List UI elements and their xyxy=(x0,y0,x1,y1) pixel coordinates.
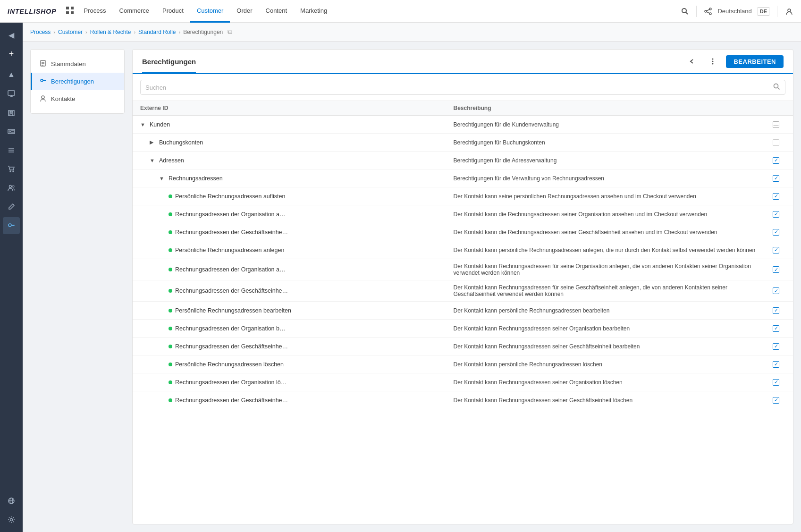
svg-line-10 xyxy=(707,12,709,13)
org-rech-anlegen-checkbox[interactable]: ✓ xyxy=(773,266,779,273)
row-pers-rech-loeschen-name: Persönliche Rechnungsadressen löschen xyxy=(140,357,454,372)
pers-rech-bearbeiten-check[interactable]: ✓ xyxy=(767,307,785,314)
ge-rech-bearbeiten-check[interactable]: ✓ xyxy=(767,343,785,350)
pers-rech-auflisten-label: Persönliche Rechnungsadressen auflisten xyxy=(175,193,285,200)
rechnungsadressen-checkbox[interactable]: ✓ xyxy=(773,175,779,182)
sidenav-stammdaten[interactable]: Stammdaten xyxy=(31,55,124,73)
cart-icon[interactable] xyxy=(3,160,20,177)
org-rech-bearbeiten-checkbox[interactable]: ✓ xyxy=(773,325,779,332)
group-icon[interactable] xyxy=(3,179,20,196)
org-rech-anlegen-check[interactable]: ✓ xyxy=(767,266,785,273)
main-wrapper: Process › Customer › Rollen & Rechte › S… xyxy=(23,23,801,532)
globe-icon[interactable] xyxy=(3,492,20,509)
expand-buchungskonten-icon[interactable]: ▶ xyxy=(150,139,156,145)
nav-divider xyxy=(696,6,697,17)
ge-rech-loeschen-desc: Der Kontakt kann Rechnungsadressen seine… xyxy=(454,393,767,407)
pers-rech-loeschen-check[interactable]: ✓ xyxy=(767,361,785,368)
nav-content[interactable]: Content xyxy=(259,0,294,23)
list-icon[interactable] xyxy=(3,142,20,159)
adressen-checkbox[interactable]: ✓ xyxy=(773,157,779,164)
pers-rech-anlegen-desc: Der Kontakt kann persönliche Rechnungsad… xyxy=(454,243,767,257)
row-ge-rech-loeschen-name: Rechnungsadressen der Geschäftseinheit l… xyxy=(140,393,454,407)
user-menu[interactable] xyxy=(785,7,793,16)
copy-icon[interactable]: ⧉ xyxy=(228,28,232,36)
col-header-beschreibung: Beschreibung xyxy=(454,105,767,111)
expand-adressen-icon[interactable]: ▼ xyxy=(150,158,156,163)
share-icon[interactable] xyxy=(704,8,712,15)
kunden-check[interactable]: — xyxy=(767,121,785,128)
edit-button[interactable]: BEARBEITEN xyxy=(726,55,784,68)
adressen-desc: Berechtigungen für die Adressverwaltung xyxy=(454,153,767,168)
row-buchungskonten-name: ▶ Buchungskonten xyxy=(140,135,454,150)
id-card-icon[interactable] xyxy=(3,123,20,140)
main-panel: Berechtigungen BEARBEITEN xyxy=(132,49,793,524)
svg-point-25 xyxy=(10,171,11,172)
breadcrumb-sep-3: › xyxy=(134,29,135,35)
nav-customer[interactable]: Customer xyxy=(190,0,230,23)
grid-icon[interactable] xyxy=(66,7,74,16)
ge-rech-loeschen-check[interactable]: ✓ xyxy=(767,397,785,404)
ge-rech-loeschen-checkbox[interactable]: ✓ xyxy=(773,397,779,404)
pers-rech-bearbeiten-checkbox[interactable]: ✓ xyxy=(773,307,779,314)
ge-rech-anlegen-label: Rechnungsadressen der Geschäftseinheit a… xyxy=(175,287,288,294)
dot-icon xyxy=(169,268,172,271)
pers-rech-loeschen-checkbox[interactable]: ✓ xyxy=(773,361,779,368)
sidenav-kontakte[interactable]: Kontakte xyxy=(31,90,124,108)
adressen-check[interactable]: ✓ xyxy=(767,157,785,164)
svg-rect-2 xyxy=(66,11,69,14)
nav-process[interactable]: Process xyxy=(77,0,113,23)
pers-rech-auflisten-check[interactable]: ✓ xyxy=(767,193,785,200)
ge-rech-anlegen-desc: Der Kontakt kann Rechnungsadressen für s… xyxy=(454,280,767,301)
ge-rech-bearbeiten-checkbox[interactable]: ✓ xyxy=(773,343,779,350)
org-rech-loeschen-checkbox[interactable]: ✓ xyxy=(773,379,779,386)
nav-commerce[interactable]: Commerce xyxy=(113,0,156,23)
pers-rech-auflisten-checkbox[interactable]: ✓ xyxy=(773,193,779,200)
back-button[interactable] xyxy=(684,54,700,69)
settings-gear-icon[interactable] xyxy=(3,511,20,528)
kunden-checkbox[interactable]: — xyxy=(773,121,779,128)
expand-kunden-icon[interactable]: ▼ xyxy=(140,122,147,127)
breadcrumb-standard-rolle[interactable]: Standard Rolle xyxy=(138,29,176,35)
monitor-icon[interactable] xyxy=(3,85,20,102)
breadcrumb-customer[interactable]: Customer xyxy=(58,29,83,35)
org-rech-auflisten-check[interactable]: ✓ xyxy=(767,211,785,218)
buchungskonten-check[interactable] xyxy=(767,139,785,146)
breadcrumb-process[interactable]: Process xyxy=(30,29,51,35)
ge-rech-anlegen-checkbox[interactable]: ✓ xyxy=(773,287,779,294)
breadcrumb-rollen[interactable]: Rollen & Rechte xyxy=(90,29,131,35)
org-rech-loeschen-check[interactable]: ✓ xyxy=(767,379,785,386)
search-submit-icon[interactable] xyxy=(773,83,780,92)
org-rech-bearbeiten-check[interactable]: ✓ xyxy=(767,325,785,332)
org-rech-auflisten-checkbox[interactable]: ✓ xyxy=(773,211,779,218)
expand-rechnungsadressen-icon[interactable]: ▼ xyxy=(159,176,166,181)
chevron-up-icon[interactable]: ▲ xyxy=(3,66,20,83)
buchungskonten-checkbox[interactable] xyxy=(773,139,779,146)
rechnungsadressen-check[interactable]: ✓ xyxy=(767,175,785,182)
table-row: Rechnungsadressen der Geschäftseinheit l… xyxy=(133,391,793,409)
search-input-wrap[interactable] xyxy=(140,80,785,95)
ge-rech-anlegen-check[interactable]: ✓ xyxy=(767,287,785,294)
row-org-rech-anlegen-name: Rechnungsadressen der Organisation anleg… xyxy=(140,262,454,277)
edit-pencil-icon[interactable] xyxy=(3,198,20,215)
sidenav-berechtigungen[interactable]: Berechtigungen xyxy=(31,73,124,90)
language-code[interactable]: DE xyxy=(758,7,769,16)
row-org-rech-loeschen-name: Rechnungsadressen der Organisation lösch… xyxy=(140,375,454,389)
add-item-icon[interactable]: + xyxy=(3,45,20,62)
search-input[interactable] xyxy=(145,84,769,91)
more-options-button[interactable] xyxy=(705,54,720,69)
key-icon[interactable] xyxy=(3,217,20,234)
ge-rech-auflisten-check[interactable]: ✓ xyxy=(767,229,785,236)
pers-rech-anlegen-checkbox[interactable]: ✓ xyxy=(773,247,779,253)
search-icon[interactable] xyxy=(681,8,689,15)
pers-rech-anlegen-check[interactable]: ✓ xyxy=(767,247,785,253)
svg-point-26 xyxy=(13,171,14,172)
permissions-table[interactable]: Externe ID Beschreibung ▼ Kunden Berecht… xyxy=(133,101,793,524)
nav-marketing[interactable]: Marketing xyxy=(294,0,334,23)
nav-order[interactable]: Order xyxy=(230,0,259,23)
language-selector[interactable]: Deutschland xyxy=(717,8,751,15)
ge-rech-auflisten-checkbox[interactable]: ✓ xyxy=(773,229,779,236)
svg-point-7 xyxy=(705,10,707,12)
collapse-sidebar-icon[interactable]: ◀ xyxy=(3,26,20,43)
building-icon[interactable] xyxy=(3,104,20,121)
nav-product[interactable]: Product xyxy=(156,0,190,23)
